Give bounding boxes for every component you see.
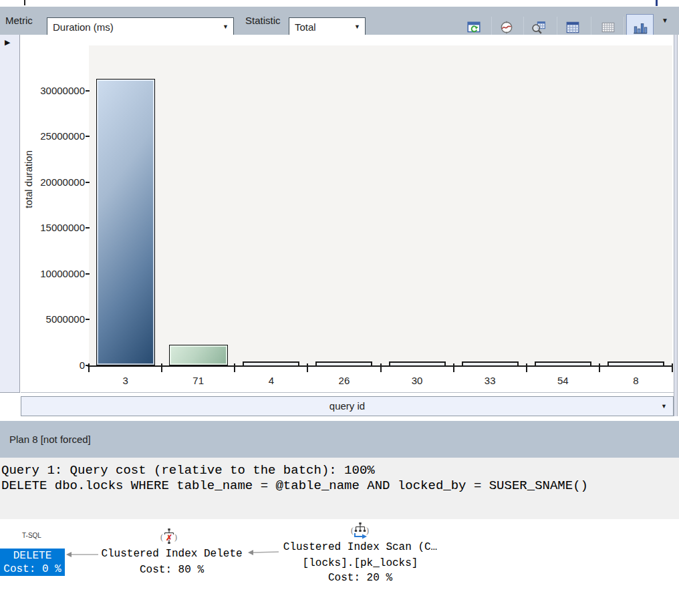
x-axis-selector[interactable]: query id ▼: [21, 396, 674, 416]
bar-query-54[interactable]: [535, 361, 591, 365]
plan-node-cost: Cost: 20 %: [280, 571, 440, 585]
y-tick-label: 15000000: [24, 221, 85, 235]
statement-line: Query 1: Query cost (relative to the bat…: [1, 463, 375, 478]
statement-area: Query 1: Query cost (relative to the bat…: [0, 458, 679, 519]
tsql-badge: T-SQL: [22, 532, 41, 539]
statistic-label: Statistic: [245, 7, 281, 35]
metric-select[interactable]: Duration (ms) ▼: [47, 17, 234, 37]
grid-view-icon: [565, 20, 580, 35]
x-tick-mark: [380, 363, 382, 372]
refresh-icon: [466, 20, 481, 35]
y-tick-label: 20000000: [24, 176, 85, 189]
y-tick-label: 30000000: [24, 84, 85, 98]
x-category-label: 3: [99, 375, 152, 386]
svg-text:(: (: [351, 526, 354, 535]
query-store-report: Metric Duration (ms) ▼ Statistic Total ▼: [0, 0, 679, 616]
chevron-down-icon: ▼: [223, 18, 229, 36]
expand-pane-icon[interactable]: ▶: [5, 38, 10, 47]
x-tick-mark: [234, 363, 235, 372]
x-category-label: 71: [172, 375, 225, 386]
plan-node-cost: Cost: 0 %: [3, 563, 61, 576]
svg-text:(: (: [160, 532, 163, 542]
x-category-label: 26: [317, 375, 371, 386]
bar-query-30[interactable]: [389, 361, 446, 365]
y-tick-mark: [86, 319, 90, 320]
bar-query-26[interactable]: [315, 361, 372, 365]
y-tick-mark: [86, 273, 90, 275]
bar-query-3[interactable]: [96, 79, 155, 365]
y-tick-mark: [86, 182, 90, 183]
x-tick-mark: [453, 363, 454, 372]
bar-query-4[interactable]: [243, 361, 299, 365]
plot-area: [89, 45, 672, 366]
plan-header: Plan 8 [not forced]: [0, 421, 679, 458]
y-tick-label: 25000000: [24, 130, 85, 143]
y-tick-label: 0: [24, 359, 85, 372]
y-tick-mark: [86, 90, 90, 92]
clustered-index-scan-icon[interactable]: ( ): [351, 521, 370, 541]
x-category-label: 4: [245, 375, 298, 386]
x-category-label: 30: [390, 375, 444, 386]
x-tick-mark: [672, 363, 673, 372]
x-category-label: 54: [536, 375, 589, 386]
track-queries-icon: [499, 20, 514, 35]
y-tick-mark: [86, 227, 90, 228]
grid-icon: [601, 20, 616, 35]
x-tick-mark: [307, 363, 308, 372]
cropped-artifact: [24, 0, 25, 5]
metric-toolbar: Metric Duration (ms) ▼ Statistic Total ▼: [0, 7, 679, 35]
view-dropdown-caret[interactable]: ▼: [662, 7, 668, 35]
bar-query-33[interactable]: [462, 361, 519, 365]
clustered-index-delete-icon[interactable]: ( ) ✗: [160, 527, 178, 546]
right-panel-border: [674, 35, 678, 416]
y-tick-label: 10000000: [24, 267, 85, 281]
x-tick-mark: [599, 363, 600, 372]
x-category-label: 33: [463, 375, 517, 386]
y-tick-label: 5000000: [24, 313, 85, 326]
x-tick-mark: [161, 363, 162, 372]
metric-select-value: Duration (ms): [53, 21, 114, 33]
cropped-artifact: [656, 0, 658, 6]
y-tick-mark: [86, 136, 90, 137]
plan-node-cost: Cost: 80 %: [98, 563, 245, 577]
statement-line: DELETE dbo.locks WHERE table_name = @tab…: [1, 478, 588, 493]
bar-query-8[interactable]: [607, 361, 664, 365]
svg-text:): ): [366, 526, 369, 535]
plan-node-label[interactable]: Clustered Index Scan (C…: [280, 541, 440, 554]
plan-arrow: [247, 549, 279, 557]
chevron-down-icon: ▼: [354, 18, 360, 36]
plan-node-delete[interactable]: DELETE Cost: 0 %: [0, 549, 65, 576]
plan-node-label: DELETE: [13, 549, 52, 563]
svg-text:✗: ✗: [166, 533, 172, 543]
svg-text:): ): [174, 532, 177, 542]
chart-view-icon: [632, 19, 648, 35]
metric-label: Metric: [5, 7, 33, 35]
x-tick-mark: [88, 363, 90, 372]
chevron-down-icon: ▼: [661, 397, 667, 416]
statistic-select-value: Total: [295, 21, 316, 33]
x-category-label: 8: [609, 375, 662, 386]
plan-node-sublabel: [locks].[pk_locks]: [280, 557, 440, 570]
cropped-top-strip: [0, 0, 679, 7]
bar-query-71[interactable]: [169, 345, 228, 365]
view-query-text-icon: [531, 20, 546, 35]
x-tick-mark: [526, 363, 527, 372]
plan-node-label[interactable]: Clustered Index Delete: [98, 547, 245, 561]
x-axis-selector-value: query id: [329, 400, 365, 412]
collapsed-side-pane[interactable]: [0, 35, 20, 393]
statistic-select[interactable]: Total ▼: [289, 17, 366, 37]
plan-arrow: [65, 551, 99, 558]
